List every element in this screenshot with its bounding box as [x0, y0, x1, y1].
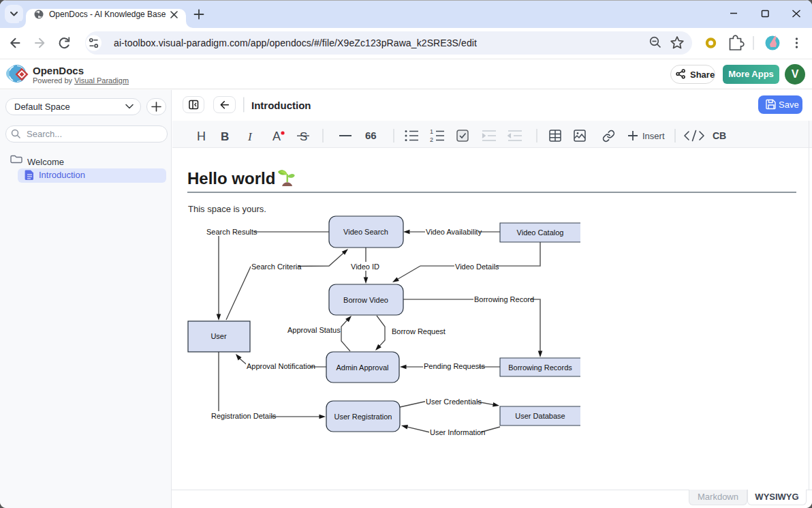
svg-text:66: 66 — [365, 130, 377, 141]
svg-text:H: H — [197, 130, 206, 143]
svg-text:A: A — [272, 130, 281, 143]
svg-text:CB: CB — [713, 130, 726, 141]
svg-text:Insert: Insert — [642, 131, 665, 141]
svg-text:1: 1 — [430, 128, 433, 135]
svg-text:B: B — [221, 130, 229, 143]
svg-text:S: S — [300, 130, 307, 143]
svg-text:2: 2 — [430, 136, 433, 143]
svg-text:I: I — [247, 130, 253, 143]
